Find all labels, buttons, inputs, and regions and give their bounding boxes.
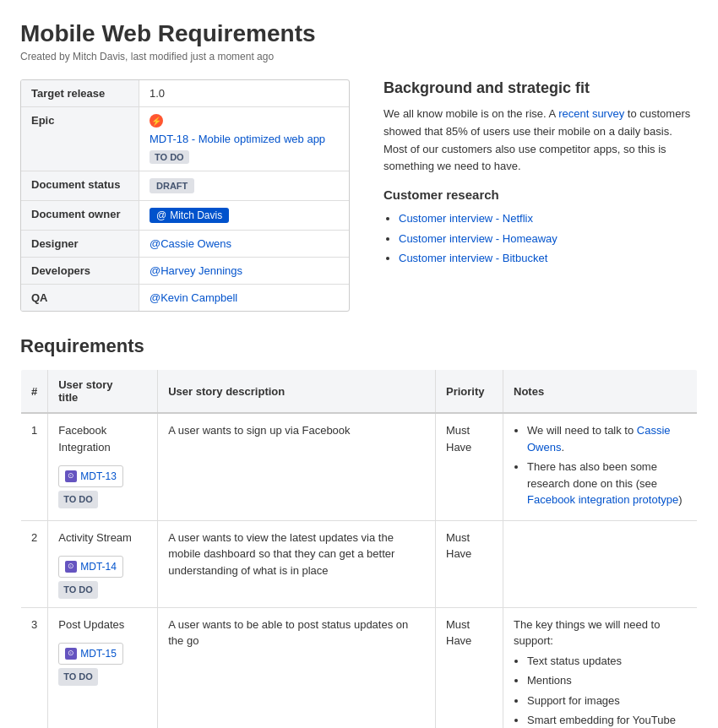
notes-item: Text status updates bbox=[527, 653, 687, 670]
col-header-notes: Notes bbox=[503, 370, 698, 414]
row-priority: Must Have bbox=[436, 413, 503, 520]
cassie-link[interactable]: Cassie Owens bbox=[527, 424, 671, 454]
designer-mention[interactable]: Cassie Owens bbox=[150, 237, 231, 250]
value-doc-owner: @ Mitch Davis bbox=[139, 201, 239, 230]
notes-item: Smart embedding for YouTube vids bbox=[527, 712, 687, 728]
at-icon: @ bbox=[156, 209, 166, 221]
interview-bitbucket-link[interactable]: Customer interview - Bitbucket bbox=[399, 252, 547, 264]
page-title: Mobile Web Requirements bbox=[20, 20, 698, 47]
row-story-desc: A user wants to be able to post status u… bbox=[158, 607, 436, 728]
mdt-icon: ⊙ bbox=[65, 561, 77, 573]
value-designer: Cassie Owens bbox=[139, 231, 242, 257]
recent-survey-link[interactable]: recent survey bbox=[558, 107, 624, 120]
row-story-title: Post Updates ⊙ MDT-15 TO DO bbox=[48, 607, 158, 728]
label-doc-status: Document status bbox=[21, 171, 139, 200]
col-header-num: # bbox=[21, 370, 48, 414]
background-panel: Background and strategic fit We all know… bbox=[383, 79, 698, 312]
table-row: 1 Facebook Integration ⊙ MDT-13 TO DO A … bbox=[21, 413, 698, 520]
story-badge-block: ⊙ MDT-13 TO DO bbox=[58, 460, 147, 508]
col-header-story-title: User storytitle bbox=[48, 370, 158, 414]
list-item: Customer interview - Homeaway bbox=[399, 229, 698, 248]
todo-tag: TO DO bbox=[58, 581, 98, 599]
requirements-section-title: Requirements bbox=[20, 335, 698, 357]
interview-homeaway-link[interactable]: Customer interview - Homeaway bbox=[399, 232, 558, 245]
story-title-text: Facebook Integration bbox=[58, 424, 110, 454]
epic-link[interactable]: MDT-18 - Mobile optimized web app bbox=[150, 133, 325, 145]
page-subtitle: Created by Mitch Davis, last modified ju… bbox=[20, 51, 698, 62]
mdt-label: MDT-14 bbox=[80, 559, 117, 574]
info-row-target-release: Target release 1.0 bbox=[21, 80, 349, 107]
row-priority: Must Have bbox=[436, 520, 503, 607]
body-text-1: We all know mobile is on the rise. A bbox=[383, 107, 558, 120]
epic-icon: ⚡ bbox=[150, 114, 163, 128]
todo-tag: TO DO bbox=[58, 491, 98, 508]
table-row: 2 Activity Stream ⊙ MDT-14 TO DO A user … bbox=[21, 520, 698, 607]
owner-tag[interactable]: @ Mitch Davis bbox=[150, 208, 229, 223]
table-header-row: # User storytitle User story description… bbox=[21, 370, 698, 414]
info-table: Target release 1.0 Epic ⚡ MDT-18 - Mobil… bbox=[20, 79, 350, 312]
mdt-icon: ⊙ bbox=[65, 470, 77, 482]
value-qa: Kevin Campbell bbox=[139, 285, 247, 311]
notes-list: Text status updates Mentions Support for… bbox=[514, 653, 687, 729]
row-story-desc: A user wants to sign up via Facebook bbox=[158, 413, 436, 520]
requirements-table: # User storytitle User story description… bbox=[20, 369, 698, 728]
developer-mention[interactable]: Harvey Jennings bbox=[150, 264, 242, 277]
notes-list: We will need to talk to Cassie Owens. Th… bbox=[514, 422, 687, 508]
info-row-qa: QA Kevin Campbell bbox=[21, 285, 349, 311]
list-item: Customer interview - Netflix bbox=[399, 209, 698, 228]
interview-netflix-link[interactable]: Customer interview - Netflix bbox=[399, 212, 533, 225]
row-notes: The key things we will need to support: … bbox=[503, 607, 698, 728]
row-story-desc: A user wants to view the latest updates … bbox=[158, 520, 436, 607]
notes-item: We will need to talk to Cassie Owens. bbox=[527, 422, 687, 455]
epic-todo-badge: TO DO bbox=[150, 150, 189, 164]
value-epic: ⚡ MDT-18 - Mobile optimized web app TO D… bbox=[139, 107, 349, 171]
info-row-developers: Developers Harvey Jennings bbox=[21, 258, 349, 285]
mdt-badge[interactable]: ⊙ MDT-15 bbox=[58, 643, 123, 665]
mdt-label: MDT-15 bbox=[80, 646, 117, 661]
notes-intro: The key things we will need to support: bbox=[514, 618, 660, 648]
mdt-icon: ⊙ bbox=[65, 648, 77, 660]
value-doc-status: DRAFT bbox=[139, 171, 204, 200]
customer-research-heading: Customer research bbox=[383, 187, 698, 202]
row-story-title: Facebook Integration ⊙ MDT-13 TO DO bbox=[48, 413, 158, 520]
top-section: Target release 1.0 Epic ⚡ MDT-18 - Mobil… bbox=[20, 79, 698, 312]
col-header-priority: Priority bbox=[436, 370, 503, 414]
row-notes: We will need to talk to Cassie Owens. Th… bbox=[503, 413, 698, 520]
col-header-story-desc: User story description bbox=[158, 370, 436, 414]
label-epic: Epic bbox=[21, 107, 139, 171]
customer-research-list: Customer interview - Netflix Customer in… bbox=[383, 209, 698, 268]
row-num: 1 bbox=[21, 413, 48, 520]
story-title-text: Post Updates bbox=[58, 618, 124, 631]
notes-item: There has also been some research done o… bbox=[527, 459, 687, 508]
row-num: 3 bbox=[21, 607, 48, 728]
mdt-badge[interactable]: ⊙ MDT-13 bbox=[58, 465, 123, 487]
label-designer: Designer bbox=[21, 231, 139, 257]
info-row-epic: Epic ⚡ MDT-18 - Mobile optimized web app… bbox=[21, 107, 349, 171]
table-row: 3 Post Updates ⊙ MDT-15 TO DO A user wan… bbox=[21, 607, 698, 728]
row-num: 2 bbox=[21, 520, 48, 607]
label-doc-owner: Document owner bbox=[21, 201, 139, 230]
label-qa: QA bbox=[21, 285, 139, 311]
label-target-release: Target release bbox=[21, 80, 139, 106]
row-story-title: Activity Stream ⊙ MDT-14 TO DO bbox=[48, 520, 158, 607]
fb-prototype-link[interactable]: Facebook integration prototype bbox=[527, 493, 678, 506]
mdt-label: MDT-13 bbox=[80, 469, 117, 484]
background-body: We all know mobile is on the rise. A rec… bbox=[383, 106, 698, 176]
todo-tag: TO DO bbox=[58, 668, 98, 686]
notes-item: Support for images bbox=[527, 693, 687, 709]
qa-mention[interactable]: Kevin Campbell bbox=[150, 291, 237, 304]
info-row-doc-status: Document status DRAFT bbox=[21, 171, 349, 201]
notes-item: Mentions bbox=[527, 672, 687, 689]
background-heading: Background and strategic fit bbox=[383, 79, 698, 97]
story-badge-block: ⊙ MDT-14 TO DO bbox=[58, 551, 147, 599]
story-badge-block: ⊙ MDT-15 TO DO bbox=[58, 638, 147, 686]
row-notes bbox=[503, 520, 698, 607]
info-row-designer: Designer Cassie Owens bbox=[21, 231, 349, 258]
info-row-doc-owner: Document owner @ Mitch Davis bbox=[21, 201, 349, 231]
draft-badge: DRAFT bbox=[150, 178, 194, 193]
list-item: Customer interview - Bitbucket bbox=[399, 248, 698, 268]
mdt-badge[interactable]: ⊙ MDT-14 bbox=[58, 556, 123, 578]
story-title-text: Activity Stream bbox=[58, 531, 132, 544]
value-target-release: 1.0 bbox=[139, 80, 175, 106]
row-priority: Must Have bbox=[436, 607, 503, 728]
